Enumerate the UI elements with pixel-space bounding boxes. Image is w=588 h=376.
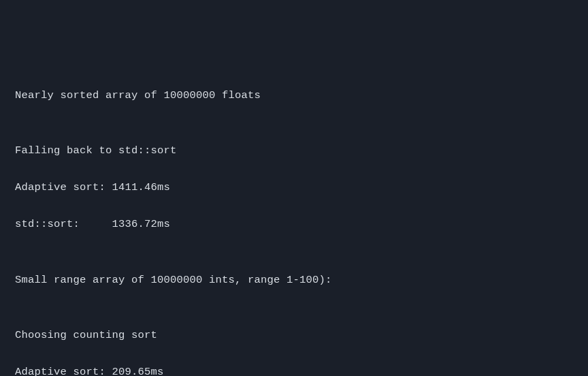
- terminal-line-adaptive-timing: Adaptive sort: 209.65ms: [15, 363, 573, 376]
- terminal-line-fallback-stdsort: Falling back to std::sort: [15, 142, 573, 160]
- terminal-line-header-nearly-sorted: Nearly sorted array of 10000000 floats: [15, 87, 573, 105]
- terminal-line-header-small-range: Small range array of 10000000 ints, rang…: [15, 271, 573, 289]
- terminal-line-adaptive-timing: Adaptive sort: 1411.46ms: [15, 178, 573, 197]
- terminal-line-choosing-counting: Choosing counting sort: [15, 326, 573, 345]
- terminal-line-stdsort-timing: std::sort: 1336.72ms: [15, 215, 573, 234]
